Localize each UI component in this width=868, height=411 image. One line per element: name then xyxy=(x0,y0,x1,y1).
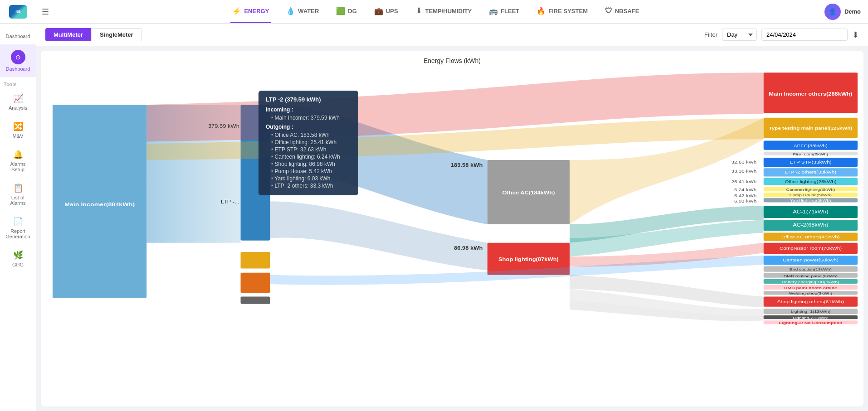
ac1-label: AC-1(71kWh) xyxy=(793,209,829,214)
report-gen-icon: 📄 xyxy=(13,217,23,227)
mdp2-node xyxy=(241,252,270,269)
top-nav: NB ☰ ⚡ ENERGY 💧 WATER 🟩 DG 💼 UPS 🌡 TEMP/… xyxy=(0,0,868,24)
etp-stp-label: ETP STP(33kWh) xyxy=(790,160,831,164)
mid-label-183: 183.58 kWh xyxy=(451,163,483,168)
end-suction-label: End suction(13kWh) xyxy=(790,267,832,271)
pump-house-label: Pump House(5kWh) xyxy=(790,193,832,197)
content-area: MultiMeter SingleMeter Filter Day Week M… xyxy=(36,24,868,411)
avatar: 👤 xyxy=(824,4,841,20)
sidebar-item-report-gen[interactable]: 📄 Report Generation xyxy=(0,211,36,245)
nav-tab-dg[interactable]: 🟩 DG xyxy=(334,0,359,23)
analysis-label: Analysis xyxy=(9,105,27,111)
temp-icon: 🌡 xyxy=(415,7,423,15)
logo: NB xyxy=(0,5,36,19)
nav-tabs: ⚡ ENERGY 💧 WATER 🟩 DG 💼 UPS 🌡 TEMP/HUMID… xyxy=(54,0,817,23)
fire-label: FIRE SYSTEM xyxy=(548,8,588,15)
download-button[interactable]: ⬇ xyxy=(852,30,859,40)
water-label: WATER xyxy=(298,8,319,15)
singlemeter-tab[interactable]: SingleMeter xyxy=(91,28,142,41)
mv-label: M&V xyxy=(13,133,24,139)
multimeter-tab[interactable]: MultiMeter xyxy=(45,28,91,41)
sidebar-item-dashboard-icon[interactable]: ⊙ Dashboard xyxy=(0,44,36,77)
energy-icon: ⚡ xyxy=(232,7,241,15)
right-label-canteenlighting: 6.24 kWh xyxy=(734,188,756,192)
main-layout: Dashboard ⊙ Dashboard Tools 📈 Analysis 🔀… xyxy=(0,24,868,411)
sidebar-dashboard-label: Dashboard xyxy=(6,34,30,39)
filter-select[interactable]: Day Week Month Year xyxy=(722,29,757,41)
ups-label: UPS xyxy=(386,8,398,15)
ltp2-others-label: LTP -2 others(33kWh) xyxy=(785,170,837,175)
dmb-routine-label: DMB routine panel(8kWh) xyxy=(784,274,838,278)
mdp1-node xyxy=(241,296,270,304)
dmb-paint-label: DMB paint booth offline xyxy=(784,286,837,290)
dashboard-circle-icon: ⊙ xyxy=(11,50,25,64)
hamburger-button[interactable]: ☰ xyxy=(36,7,54,17)
fire-icon: 🔥 xyxy=(536,7,546,15)
type-testing-label: Type testing main panel(125kWh) xyxy=(769,126,853,131)
energy-label: ENERGY xyxy=(244,8,269,15)
sankey-container: Main Incomer(884kWh) Office AC(184kWh) xyxy=(41,68,863,404)
lighting2-label: Lighting-2(3kWh) xyxy=(793,316,829,320)
chart-title: Energy Flows (kWh) xyxy=(41,51,863,68)
sidebar-item-list-alarms[interactable]: 📋 List of Alarms xyxy=(0,178,36,211)
fleet-icon: 🚌 xyxy=(489,7,498,15)
filter-label: Filter xyxy=(704,31,717,38)
compressor-label: Compressor room(70kWh) xyxy=(780,246,842,251)
nbsafe-icon: 🛡 xyxy=(605,7,612,15)
welding-shop-label: Welding shop(3kWh) xyxy=(789,291,832,295)
fleet-label: FLEET xyxy=(501,8,519,15)
date-input[interactable] xyxy=(761,29,848,41)
chart-area: Energy Flows (kWh) xyxy=(41,51,863,406)
analysis-icon: 📈 xyxy=(13,93,23,103)
nav-tab-nbsafe[interactable]: 🛡 NBSAFE xyxy=(603,0,641,23)
nav-tab-energy[interactable]: ⚡ ENERGY xyxy=(230,0,271,23)
yard-lighting-label: Yard lighting(6kWh) xyxy=(790,198,831,203)
sankey-svg: Main Incomer(884kWh) Office AC(184kWh) xyxy=(41,68,863,404)
nav-tab-fire[interactable]: 🔥 FIRE SYSTEM xyxy=(535,0,590,23)
nbsafe-label: NBSAFE xyxy=(615,8,639,15)
right-label-pumphouse: 5.42 kWh xyxy=(734,193,756,198)
user-menu[interactable]: 👤 Demo xyxy=(817,4,868,20)
mv-icon: 🔀 xyxy=(13,121,23,131)
dg-label: DG xyxy=(348,8,357,15)
username: Demo xyxy=(844,8,861,15)
sidebar-item-mv[interactable]: 🔀 M&V xyxy=(0,116,36,144)
sidebar-item-dashboard: Dashboard xyxy=(0,28,36,44)
nav-tab-ups[interactable]: 💼 UPS xyxy=(372,0,400,23)
nav-tab-temp[interactable]: 🌡 TEMP/HUMIDITY xyxy=(414,0,474,23)
alarms-setup-label: Alarms Setup xyxy=(4,161,32,172)
sidebar-item-ghg[interactable]: 🌿 GHG xyxy=(0,245,36,273)
list-alarms-icon: 📋 xyxy=(13,183,23,193)
right-label-ltp2others: 33.30 kWh xyxy=(731,169,756,174)
lighting3-label: Lighting-3: No Consumption xyxy=(779,321,843,325)
dg-icon: 🟩 xyxy=(336,7,345,15)
water-icon: 💧 xyxy=(286,7,295,15)
nav-tab-fleet[interactable]: 🚌 FLEET xyxy=(487,0,521,23)
logo-image: NB xyxy=(9,5,27,19)
main-incomer-label: Main Incomer(884kWh) xyxy=(64,201,135,207)
mid-label-8698: 86.98 kWh xyxy=(454,245,483,250)
ghg-label: GHG xyxy=(12,262,24,267)
lighting1-label: Lighting -1(13kWh) xyxy=(791,309,830,314)
ltp1-node xyxy=(241,273,270,293)
right-label-etpstp: 32.63 kWh xyxy=(731,160,756,164)
tools-heading: Tools xyxy=(0,77,36,88)
ghg-icon: 🌿 xyxy=(13,250,23,260)
left-label-ltp: LTP -... xyxy=(221,199,239,204)
alarms-setup-icon: 🔔 xyxy=(13,150,23,160)
report-gen-label: Report Generation xyxy=(4,228,32,239)
main-others-label: Main Incomer others(288kWh) xyxy=(769,91,852,96)
temp-label: TEMP/HUMIDITY xyxy=(425,8,472,15)
nav-tab-water[interactable]: 💧 WATER xyxy=(284,0,321,23)
ac2-label: AC-2(68kWh) xyxy=(793,222,829,227)
fire-room-label: Fire room(2kWh) xyxy=(793,152,829,156)
view-tabs: MultiMeter SingleMeter xyxy=(45,28,142,41)
office-lighting-label: Office lighting(25kWh) xyxy=(785,179,836,184)
sub-header: MultiMeter SingleMeter Filter Day Week M… xyxy=(36,24,868,46)
canteen-power-label: Canteen power(50kWh) xyxy=(783,258,839,262)
sidebar-item-analysis[interactable]: 📈 Analysis xyxy=(0,88,36,116)
list-alarms-label: List of Alarms xyxy=(4,195,32,206)
sidebar-item-alarms-setup[interactable]: 🔔 Alarms Setup xyxy=(0,144,36,178)
apfc-label: APFC(38kWh) xyxy=(794,144,828,148)
filter-group: Filter Day Week Month Year ⬇ xyxy=(704,29,859,41)
